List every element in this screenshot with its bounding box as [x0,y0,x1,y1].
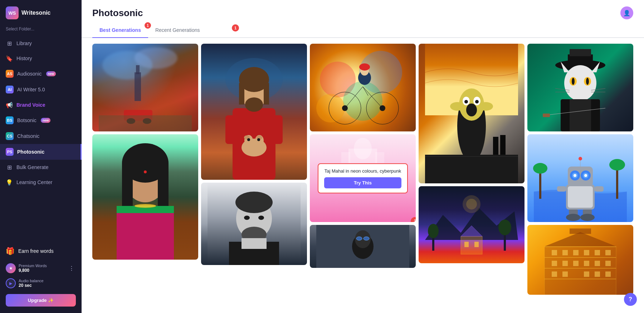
sidebar-item-library[interactable]: ⊞ Library [0,36,82,51]
floating-badge-1: 1 [232,24,239,32]
sidebar-item-ai-writer[interactable]: AI AI Writer 5.0 [0,82,82,97]
bulk-generate-icon: ⊞ [6,164,13,171]
svg-rect-123 [557,186,566,192]
svg-rect-147 [562,271,568,277]
audio-balance-avatar: ▶ [6,278,16,288]
premium-words-section: ★ Premium Words 9,800 ⋮ [0,260,82,277]
gallery-item-fantasy[interactable] [419,186,525,263]
audio-balance-count: 20 sec [19,283,44,288]
try-this-button[interactable]: Try This [324,177,401,188]
svg-point-128 [580,214,595,221]
svg-rect-3 [136,65,140,74]
svg-rect-59 [375,152,384,163]
sidebar-item-label-brand-voice: Brand Voice [16,102,45,108]
logo-text: Writesonic [21,10,51,16]
svg-rect-141 [562,261,568,266]
svg-point-24 [245,97,263,112]
svg-rect-88 [474,242,479,247]
sidebar: WS Writesonic Select Folder... ⊞ Library… [0,0,82,313]
gallery-item-bw-man[interactable] [201,183,307,265]
svg-rect-134 [552,250,557,255]
page-title: Photosonic [92,8,143,19]
sidebar-item-chatsonic[interactable]: CS Chatsonic [0,128,82,144]
sidebar-item-label-photosonic: Photosonic [17,149,44,155]
svg-rect-132 [545,268,616,269]
svg-rect-58 [341,152,350,163]
sidebar-nav: ⊞ Library 🔖 History AS Audiosonic new AI… [0,36,82,190]
help-button[interactable]: ? [624,293,637,306]
gallery-item-woman-portrait[interactable] [92,134,198,260]
svg-point-84 [466,199,477,210]
svg-point-92 [564,65,596,101]
sidebar-item-history[interactable]: 🔖 History [0,51,82,66]
botsonic-icon: BS [6,116,14,124]
learning-center-icon: 💡 [6,179,13,186]
sidebar-item-learning-center[interactable]: 💡 Learning Center [0,175,82,190]
sidebar-logo[interactable]: WS Writesonic [0,0,82,24]
gallery-item-cat[interactable] [527,44,633,131]
svg-rect-106 [543,114,550,117]
gallery-item-jesus[interactable] [201,44,307,180]
sidebar-item-botsonic[interactable]: BS Botsonic new [0,112,82,128]
svg-point-71 [464,100,468,103]
audiosonic-icon: AS [6,70,14,78]
svg-rect-131 [545,257,616,258]
svg-point-12 [144,170,147,173]
library-icon: ⊞ [6,40,13,47]
svg-marker-151 [545,232,616,246]
svg-rect-90 [568,54,593,67]
audio-balance-label: Audio balance [19,279,44,283]
svg-point-111 [609,159,625,170]
gallery-item-robot[interactable] [527,134,633,222]
premium-words-label: Premium Words [19,264,47,268]
gallery-item-scream[interactable] [419,44,525,183]
gallery-item-taj-mahal[interactable]: Taj Mahal in neon colours, cyberpunk Try… [310,134,416,222]
svg-rect-87 [464,242,469,247]
audiosonic-new-badge: new [46,71,56,76]
taj-mahal-card: Taj Mahal in neon colours, cyberpunk Try… [318,163,408,193]
earn-free-words-button[interactable]: 🎁 Earn free words [0,242,82,260]
photosonic-icon: PS [6,148,14,156]
gallery-item-building[interactable] [527,225,633,295]
upgrade-button[interactable]: Upgrade ✨ [6,294,76,307]
svg-rect-144 [595,261,600,266]
tab-wrapper-best: Best Generations 1 [92,23,148,37]
sidebar-item-bulk-generate[interactable]: ⊞ Bulk Generate [0,160,82,175]
chatsonic-icon: CS [6,132,14,140]
gallery-item-van-gogh[interactable] [92,44,198,131]
user-avatar[interactable]: 👤 [620,6,633,19]
svg-rect-145 [605,261,611,266]
sidebar-item-audiosonic[interactable]: AS Audiosonic new [0,66,82,82]
svg-point-13 [135,175,141,179]
svg-point-44 [343,81,382,121]
gift-icon: 🎁 [6,247,15,255]
svg-point-73 [450,102,464,111]
aiwriter-icon: AI [6,86,14,93]
svg-rect-41 [241,238,267,249]
callout-badge-2: 2 [411,217,416,222]
svg-rect-148 [584,271,589,277]
sidebar-item-label-ai-writer: AI Writer 5.0 [17,87,45,92]
sidebar-item-label-library: Library [16,40,32,46]
tab-best-generations[interactable]: Best Generations 1 [92,23,148,37]
svg-rect-137 [584,250,589,255]
words-menu-icon[interactable]: ⋮ [67,265,76,272]
gallery-item-masked-person[interactable] [310,225,416,268]
sidebar-item-brand-voice[interactable]: 📢 Brand Voice [0,97,82,112]
svg-rect-25 [225,115,236,144]
svg-rect-149 [595,271,600,277]
svg-point-68 [466,103,477,116]
sidebar-item-photosonic[interactable]: PS Photosonic [0,144,82,160]
premium-words-count: 9,800 [19,268,47,273]
gallery-item-cyclist[interactable] [310,44,416,131]
svg-rect-124 [595,186,604,192]
tab-recent-generations[interactable]: Recent Generations [148,23,207,37]
svg-point-98 [586,78,589,85]
svg-point-119 [574,174,576,177]
tabs-container: Best Generations 1 Recent Generations [82,23,644,38]
svg-rect-2 [135,72,141,101]
svg-point-82 [498,220,511,235]
svg-point-57 [354,138,372,159]
svg-point-72 [475,100,479,103]
select-folder[interactable]: Select Folder... [0,24,82,36]
